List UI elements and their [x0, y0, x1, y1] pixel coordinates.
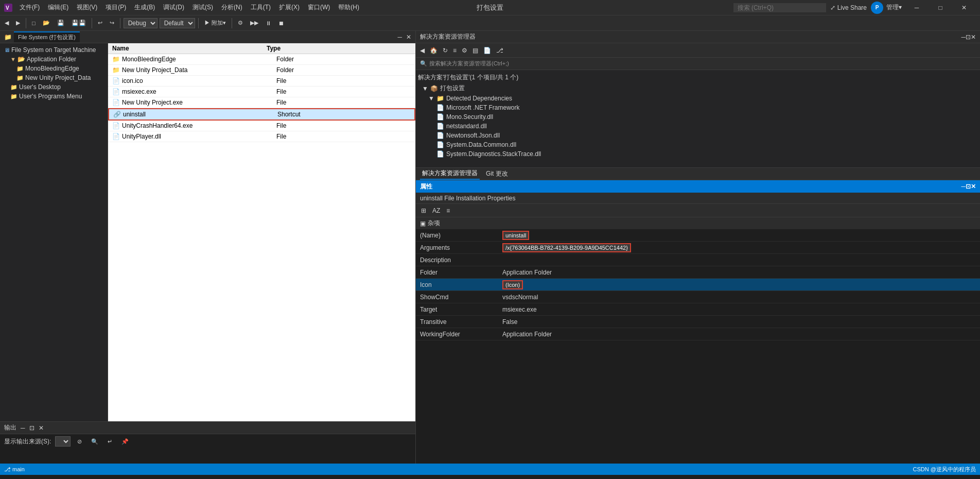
se-project-item[interactable]: ▼ 📦 打包设置: [416, 83, 980, 94]
prop-row-name[interactable]: (Name) uninstall: [416, 229, 980, 242]
output-pin-btn[interactable]: 📌: [119, 437, 131, 447]
menu-edit[interactable]: 编辑(E): [44, 1, 73, 14]
output-float-icon[interactable]: ⊡: [29, 424, 34, 432]
save-all-btn[interactable]: 💾💾: [69, 18, 89, 28]
debug-config-select[interactable]: Debug: [124, 18, 157, 28]
se-expand-icon[interactable]: ⊡: [966, 33, 971, 41]
se-dep-newtonsoft[interactable]: 📄 Newtonsoft.Json.dll: [416, 131, 980, 140]
pin-icon[interactable]: ─: [397, 33, 402, 41]
menu-view[interactable]: 视图(V): [73, 1, 101, 14]
close-button[interactable]: ✕: [952, 0, 976, 15]
close-tab-icon[interactable]: ✕: [406, 33, 411, 41]
tree-item-unitydata[interactable]: 📁 New Unity Project_Data: [0, 73, 108, 82]
fwd-btn[interactable]: ▶: [13, 18, 23, 28]
se-pin-icon[interactable]: ─: [961, 33, 966, 41]
menu-build[interactable]: 生成(B): [130, 1, 159, 14]
output-close-icon[interactable]: ✕: [39, 424, 44, 432]
se-close-icon[interactable]: ✕: [971, 33, 976, 41]
se-btn-settings[interactable]: ⚙: [460, 46, 469, 55]
tree-item-unitydata-label: New Unity Project_Data: [25, 74, 91, 81]
prop-pin-icon[interactable]: ─: [961, 183, 966, 190]
se-btn-back[interactable]: ◀: [418, 46, 427, 55]
tree-item-appfolder[interactable]: ▼ 📂 Application Folder: [0, 55, 108, 64]
tree-item-desktop[interactable]: 📁 User's Desktop: [0, 82, 108, 92]
output-pin-icon[interactable]: ─: [21, 424, 25, 432]
file-row-crash[interactable]: 📄 UnityCrashHandler64.exe File: [108, 121, 415, 131]
prop-row-workingfolder[interactable]: WorkingFolder Application Folder: [416, 328, 980, 340]
maximize-button[interactable]: □: [929, 0, 952, 15]
file-row-dll[interactable]: 📄 UnityPlayer.dll File: [108, 131, 415, 142]
prop-row-args[interactable]: Arguments /x{763064BB-B782-4139-B209-9A9…: [416, 242, 980, 254]
prop-row-target[interactable]: Target msiexec.exe: [416, 303, 980, 316]
fs-tab-icon: 📁: [4, 33, 12, 41]
prop-row-transitive[interactable]: Transitive False: [416, 316, 980, 328]
se-dep-mono[interactable]: 📄 Mono.Security.dll: [416, 112, 980, 122]
back-btn[interactable]: ◀: [2, 18, 11, 28]
extra-btn4[interactable]: ⏹: [276, 19, 287, 28]
extra-btn1[interactable]: ⚙: [235, 18, 246, 28]
file-row-unityexe[interactable]: 📄 New Unity Project.exe File: [108, 97, 415, 108]
se-footer-tab-git[interactable]: Git 更改: [484, 168, 510, 179]
se-dep-dotnet[interactable]: 📄 Microsoft .NET Framework: [416, 103, 980, 112]
se-btn-refresh[interactable]: ↻: [441, 46, 450, 55]
open-btn[interactable]: 📂: [40, 18, 52, 28]
global-search-input[interactable]: [733, 3, 826, 12]
output-wrap-btn[interactable]: ↵: [105, 437, 115, 447]
se-btn-filter[interactable]: ▤: [470, 46, 480, 55]
live-share-button[interactable]: ⤢ Live Share: [826, 3, 871, 13]
save-btn[interactable]: 💾: [55, 18, 67, 28]
se-btn-git[interactable]: ⎇: [494, 46, 505, 55]
file-row-uninstall[interactable]: 🔗 uninstall Shortcut: [108, 108, 415, 121]
user-avatar[interactable]: P: [871, 2, 883, 14]
se-dep-sysdata[interactable]: 📄 System.Data.Common.dll: [416, 140, 980, 149]
menu-extensions[interactable]: 扩展(X): [275, 1, 304, 14]
redo-btn[interactable]: ↪: [107, 18, 117, 28]
menu-project[interactable]: 项目(P): [101, 1, 130, 14]
main-toolbar: ◀ ▶ □ 📂 💾 💾💾 ↩ ↪ Debug Default ▶ 附加▾ ⚙ ▶…: [0, 15, 980, 31]
se-btn-showfiles[interactable]: 📄: [481, 46, 493, 55]
tree-item-mono[interactable]: 📁 MonoBleedingEdge: [0, 64, 108, 73]
menu-test[interactable]: 测试(S): [188, 1, 217, 14]
menu-window[interactable]: 窗口(W): [304, 1, 334, 14]
new-btn[interactable]: □: [29, 19, 38, 28]
menu-analyze[interactable]: 分析(N): [217, 1, 247, 14]
extra-btn3[interactable]: ⏸: [263, 19, 274, 28]
prop-btn-alphabetical[interactable]: AZ: [430, 206, 442, 215]
menu-file[interactable]: 文件(F): [15, 1, 44, 14]
tree-item-programs[interactable]: 📁 User's Programs Menu: [0, 92, 108, 101]
attach-btn[interactable]: ▶ 附加▾: [202, 18, 229, 28]
menu-tools[interactable]: 工具(T): [247, 1, 275, 14]
file-row-icon[interactable]: 📄 icon.ico File: [108, 76, 415, 87]
se-btn-collapse[interactable]: ≡: [451, 46, 459, 55]
prop-row-desc[interactable]: Description: [416, 254, 980, 266]
prop-row-icon[interactable]: Icon (Icon): [416, 279, 980, 291]
main-area: 📁 File System (打包设置) ─ ✕ 🖥 File System o…: [0, 31, 980, 464]
output-clear-btn[interactable]: ⊘: [75, 437, 84, 447]
prop-row-showcmd[interactable]: ShowCmd vsdscNormal: [416, 291, 980, 303]
minimize-button[interactable]: ─: [905, 0, 929, 15]
file-row-mono[interactable]: 📁 MonoBleedingEdge Folder: [108, 54, 415, 65]
prop-btn-categorized[interactable]: ⊞: [419, 206, 428, 215]
output-source-select[interactable]: [55, 436, 71, 447]
prop-btn-properties[interactable]: ≡: [444, 206, 452, 215]
undo-btn[interactable]: ↩: [95, 18, 105, 28]
se-btn-home[interactable]: 🏠: [428, 46, 440, 55]
se-dep-sysdata-label: System.Data.Common.dll: [446, 141, 516, 148]
se-footer-tab-solution[interactable]: 解决方案资源管理器: [420, 168, 480, 180]
manage-button[interactable]: 管理▾: [883, 2, 905, 13]
menu-help[interactable]: 帮助(H): [334, 1, 363, 14]
output-find-btn[interactable]: 🔍: [89, 437, 101, 447]
prop-float-icon[interactable]: ⊡: [966, 183, 971, 190]
file-row-msiexec[interactable]: 📄 msiexec.exe File: [108, 87, 415, 97]
fs-tab-title[interactable]: File System (打包设置): [14, 31, 80, 42]
prop-row-folder[interactable]: Folder Application Folder: [416, 266, 980, 279]
se-dep-sysdiag[interactable]: 📄 System.Diagnostics.StackTrace.dll: [416, 149, 980, 159]
file-row-unitydata[interactable]: 📁 New Unity Project_Data Folder: [108, 65, 415, 76]
platform-select[interactable]: Default: [160, 18, 195, 28]
prop-close-icon[interactable]: ✕: [971, 183, 976, 190]
se-dep-netstandard[interactable]: 📄 netstandard.dll: [416, 122, 980, 131]
extra-btn2[interactable]: ▶▶: [248, 18, 261, 28]
menu-debug[interactable]: 调试(D): [159, 1, 188, 14]
tree-root[interactable]: 🖥 File System on Target Machine: [0, 45, 108, 55]
se-deps-item[interactable]: ▼ 📁 Detected Dependencies: [416, 94, 980, 103]
